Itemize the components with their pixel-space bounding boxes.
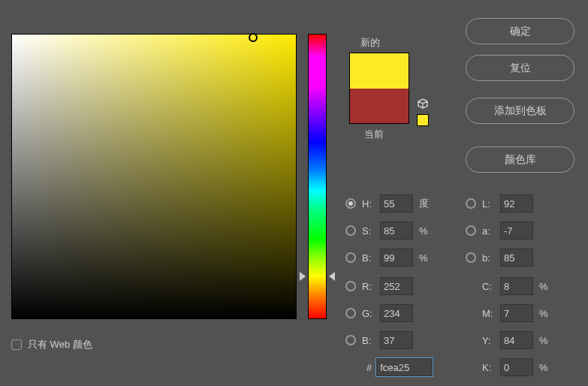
color-field[interactable]: [11, 34, 297, 319]
hex-row: #: [366, 357, 433, 377]
a-row: a:: [466, 221, 533, 240]
l-input[interactable]: [500, 195, 533, 213]
web-only-row: 只有 Web 颜色: [11, 338, 92, 351]
web-only-checkbox[interactable]: [11, 339, 22, 350]
ok-label: 确定: [510, 25, 531, 38]
g-input[interactable]: [380, 304, 413, 322]
preview-new-color: [350, 53, 409, 89]
r-input[interactable]: [380, 277, 413, 295]
l-radio[interactable]: [466, 198, 476, 209]
color-preview: [349, 53, 409, 124]
b-rgb-radio[interactable]: [345, 335, 356, 345]
l-row: L:: [466, 194, 533, 213]
reset-button[interactable]: 复位: [466, 55, 574, 81]
s-radio[interactable]: [345, 225, 356, 236]
color-cursor[interactable]: [249, 33, 258, 42]
color-lib-label: 颜色库: [505, 153, 536, 167]
h-row: H: 度: [345, 194, 433, 213]
b-hsb-label: B:: [362, 252, 380, 264]
m-input[interactable]: [500, 304, 533, 322]
ok-button[interactable]: 确定: [466, 18, 574, 44]
k-row: K: %: [466, 357, 553, 377]
hue-arrow-left-icon: [300, 272, 306, 281]
a-label: a:: [482, 225, 500, 237]
b-hsb-row: B: %: [345, 248, 433, 267]
m-unit: %: [539, 308, 553, 319]
s-row: S: %: [345, 221, 433, 240]
a-radio[interactable]: [466, 225, 476, 236]
b-hsb-input[interactable]: [380, 249, 413, 267]
gamut-swatch[interactable]: [417, 114, 429, 126]
b-rgb-row: B:: [345, 330, 413, 350]
s-label: S:: [362, 225, 380, 237]
y-input[interactable]: [500, 331, 533, 349]
h-input[interactable]: [380, 195, 413, 213]
k-unit: %: [539, 362, 553, 373]
b-lab-label: b:: [482, 252, 500, 264]
add-swatch-button[interactable]: 添加到色板: [466, 98, 574, 124]
h-label: H:: [362, 198, 380, 210]
r-radio[interactable]: [345, 281, 356, 291]
r-label: R:: [362, 281, 380, 292]
s-unit: %: [419, 225, 433, 237]
b-rgb-input[interactable]: [380, 331, 413, 349]
k-input[interactable]: [500, 358, 533, 376]
preview-old-color[interactable]: [350, 89, 409, 124]
hex-input[interactable]: [376, 358, 433, 376]
y-unit: %: [539, 335, 553, 346]
web-only-label: 只有 Web 颜色: [28, 338, 92, 351]
hue-arrow-right-icon: [329, 272, 335, 281]
m-row: M: %: [466, 303, 553, 323]
y-label: Y:: [482, 335, 500, 346]
c-input[interactable]: [500, 277, 533, 295]
k-label: K:: [482, 362, 500, 373]
g-row: G:: [345, 303, 413, 323]
m-label: M:: [482, 308, 500, 319]
b-hsb-unit: %: [419, 252, 433, 264]
h-unit: 度: [419, 197, 433, 210]
hex-hash: #: [366, 362, 372, 373]
l-label: L:: [482, 198, 500, 210]
b-lab-input[interactable]: [500, 249, 533, 267]
reset-label: 复位: [510, 62, 531, 75]
y-row: Y: %: [466, 330, 553, 350]
color-lib-button[interactable]: 颜色库: [466, 146, 574, 173]
b-lab-radio[interactable]: [466, 252, 476, 263]
c-row: C: %: [466, 276, 553, 296]
current-color-label: 当前: [364, 128, 384, 141]
r-row: R:: [345, 276, 413, 296]
b-hsb-radio[interactable]: [345, 252, 356, 263]
b-lab-row: b:: [466, 248, 533, 267]
new-color-label: 新的: [360, 36, 380, 50]
h-radio[interactable]: [345, 198, 356, 209]
s-input[interactable]: [380, 222, 413, 240]
c-label: C:: [482, 281, 500, 292]
a-input[interactable]: [500, 222, 533, 240]
gamut-warning-icon[interactable]: [417, 98, 429, 110]
add-swatch-label: 添加到色板: [494, 104, 547, 118]
c-unit: %: [539, 281, 553, 292]
g-label: G:: [362, 308, 380, 319]
b-rgb-label: B:: [362, 335, 380, 346]
hue-slider[interactable]: [308, 34, 327, 319]
g-radio[interactable]: [345, 308, 356, 318]
